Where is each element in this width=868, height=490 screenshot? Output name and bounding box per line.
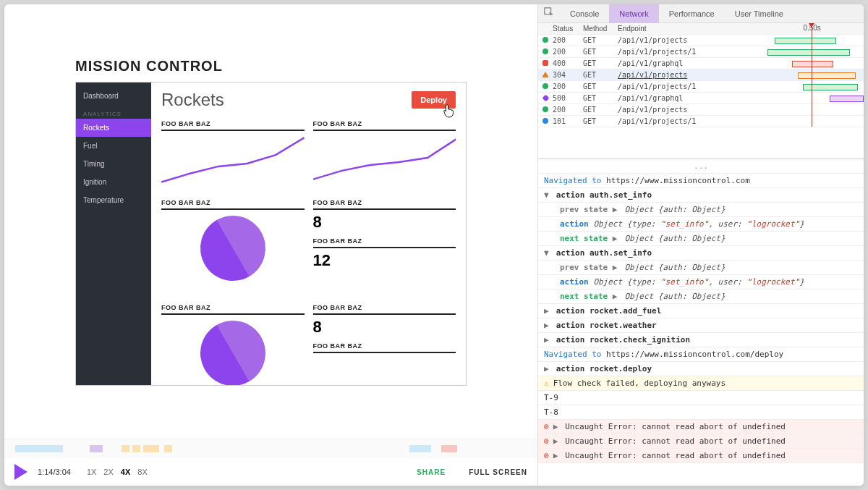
playback-time: 1:14/3:04 [38,468,71,476]
playback-timeline: 1:14/3:04 1X 2X 4X 8X SHARE FULL SCREEN [4,439,537,486]
log-line[interactable]: ▶ action rocket.deploy [538,362,864,376]
deploy-button[interactable]: Deploy [412,91,456,109]
cursor-hand-icon [441,103,457,120]
log-line[interactable]: Flow check failed, deploying anyways [538,376,864,391]
tab-user-timeline[interactable]: User Timeline [725,4,793,23]
devtools-panel: Console Network Performance User Timelin… [538,4,864,486]
sidebar-item-temperature[interactable]: Temperature [76,191,151,209]
sidebar-section-header: ANALYTICS [76,105,151,119]
log-line[interactable]: prev state ▶ Object {auth: Object} [538,203,864,217]
recorded-app: Dashboard ANALYTICS Rockets Fuel Timing … [75,82,467,386]
network-row[interactable]: 200GET/api/v1/projects [538,35,864,46]
network-header-row: Status Method Endpoint 0.50s [538,23,864,35]
app-main: Rockets Deploy FOO BAR BAZ [151,83,466,385]
speed-4x[interactable]: 4X [121,468,130,476]
tab-network[interactable]: Network [609,4,658,23]
network-row[interactable]: 400GET/api/v1/graphql [538,58,864,69]
col-method[interactable]: Method [583,25,618,33]
log-line[interactable]: ▶ Uncaught Error: cannot read abort of u… [538,449,864,463]
page-heading: Rockets [161,90,224,110]
col-waterfall: 0.50s [726,24,864,34]
metric-value: 8 [313,210,456,233]
sidebar-item-dashboard[interactable]: Dashboard [76,87,151,105]
log-line[interactable]: T-8 [538,405,864,420]
element-picker-icon[interactable] [538,7,560,20]
devtools-tabs: Console Network Performance User Timelin… [538,4,864,23]
panel-label: FOO BAR BAZ [313,116,456,131]
app-sidebar: Dashboard ANALYTICS Rockets Fuel Timing … [76,83,151,385]
log-line[interactable]: next state ▶ Object {auth: Object} [538,290,864,304]
speed-selector: 1X 2X 4X 8X [87,468,148,476]
pie-chart [161,321,305,385]
tab-console[interactable]: Console [560,4,609,23]
log-line[interactable]: action Object {type: "set_info", user: "… [538,217,864,232]
log-line[interactable]: Navigated to https://www.missioncontrol.… [538,347,864,362]
log-line[interactable]: action Object {type: "set_info", user: "… [538,275,864,290]
metric-value: 8 [313,315,456,338]
log-line[interactable]: T-9 [538,391,864,405]
speed-2x[interactable]: 2X [103,468,113,476]
log-line[interactable]: ▶ action rocket.weather [538,318,864,333]
app-title: MISSION CONTROL [75,58,524,75]
share-button[interactable]: SHARE [417,468,446,476]
network-row[interactable]: 200GET/api/v1/projects/1 [538,81,864,93]
line-chart [161,131,305,190]
log-line[interactable]: next state ▶ Object {auth: Object} [538,232,864,246]
col-endpoint[interactable]: Endpoint [618,25,726,33]
sidebar-item-fuel[interactable]: Fuel [76,137,151,155]
panel-label: FOO BAR BAZ [161,116,305,131]
network-row[interactable]: 101GET/api/v1/projects/1 [538,116,864,127]
panel-label: FOO BAR BAZ [313,338,456,353]
network-row[interactable]: 500GET/api/v1/graphql [538,93,864,104]
fullscreen-button[interactable]: FULL SCREEN [469,468,527,476]
log-line[interactable]: ▶ action rocket.add_fuel [538,304,864,318]
sidebar-item-timing[interactable]: Timing [76,155,151,173]
log-line[interactable]: ▶ Uncaught Error: cannot read abort of u… [538,420,864,434]
panel-label: FOO BAR BAZ [313,300,456,315]
panel-label: FOO BAR BAZ [313,195,456,210]
panel-label: FOO BAR BAZ [313,233,456,248]
network-row[interactable]: 200GET/api/v1/projects [538,104,864,116]
scrub-bar[interactable] [4,439,537,458]
log-line[interactable]: Navigated to https://www.missioncontrol.… [538,174,864,188]
play-button[interactable] [14,464,27,480]
line-chart [313,131,456,190]
network-row[interactable]: 304GET/api/v1/projects [538,69,864,81]
speed-8x[interactable]: 8X [137,468,147,476]
panel-label: FOO BAR BAZ [161,300,305,315]
log-line[interactable]: prev state ▶ Object {auth: Object} [538,261,864,275]
session-replay-panel: MISSION CONTROL Dashboard ANALYTICS Rock… [4,4,538,486]
log-line[interactable]: ▼ action auth.set_info [538,246,864,261]
speed-1x[interactable]: 1X [87,468,96,476]
sidebar-item-rockets[interactable]: Rockets [76,119,151,137]
app-viewport: MISSION CONTROL Dashboard ANALYTICS Rock… [4,4,537,439]
console-log[interactable]: ...Navigated to https://www.missioncontr… [538,159,864,486]
sidebar-item-ignition[interactable]: Ignition [76,173,151,191]
log-line[interactable]: ▼ action auth.set_info [538,188,864,203]
panel-label: FOO BAR BAZ [161,195,305,210]
tab-performance[interactable]: Performance [659,4,725,23]
pie-chart [161,216,305,295]
log-line[interactable]: ▶ Uncaught Error: cannot read abort of u… [538,434,864,449]
log-line[interactable]: ... [538,159,864,174]
col-status[interactable]: Status [553,25,583,33]
network-row[interactable]: 200GET/api/v1/projects/1 [538,46,864,58]
network-table: Status Method Endpoint 0.50s 200GET/api/… [538,23,864,159]
metric-value: 12 [313,248,456,271]
log-line[interactable]: ▶ action rocket.check_ignition [538,333,864,347]
